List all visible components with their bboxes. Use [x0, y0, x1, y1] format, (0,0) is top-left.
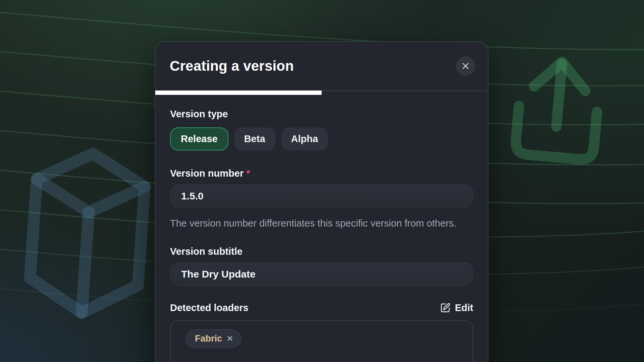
create-version-modal: Creating a version Version type Release …: [155, 41, 488, 362]
edit-label: Edit: [455, 302, 473, 313]
loader-chip-label: Fabric: [195, 334, 222, 344]
version-type-release-button[interactable]: Release: [170, 127, 228, 150]
version-type-options: Release Beta Alpha: [170, 127, 473, 150]
modal-body: Version type Release Beta Alpha Version …: [155, 95, 488, 362]
version-type-label: Version type: [170, 108, 473, 120]
upload-arrow-decoration: [490, 34, 626, 187]
version-subtitle-label: Version subtitle: [170, 246, 473, 257]
modal-header: Creating a version: [155, 42, 488, 90]
version-number-help: The version number differentiates this s…: [170, 216, 472, 231]
version-number-label-text: Version number: [170, 168, 244, 179]
version-number-input[interactable]: [170, 184, 473, 207]
version-type-beta-button[interactable]: Beta: [234, 127, 275, 150]
edit-pencil-square-icon: [440, 303, 450, 313]
edit-loaders-button[interactable]: Edit: [440, 302, 473, 313]
detected-loaders-label: Detected loaders: [170, 302, 249, 313]
version-subtitle-input[interactable]: [170, 262, 473, 286]
progress-fill: [155, 90, 322, 95]
required-asterisk: *: [246, 168, 250, 179]
detected-loaders-box: Fabric ✕: [170, 320, 473, 362]
progress-bar: [155, 90, 488, 95]
version-number-label: Version number*: [170, 168, 473, 179]
version-type-alpha-button[interactable]: Alpha: [281, 127, 328, 150]
loader-chip-fabric[interactable]: Fabric ✕: [186, 329, 241, 348]
close-button[interactable]: [456, 56, 475, 76]
modal-title: Creating a version: [170, 58, 456, 74]
close-icon: [461, 61, 471, 71]
x-remove-icon[interactable]: ✕: [226, 335, 233, 343]
detected-loaders-row: Detected loaders Edit: [170, 302, 473, 313]
cube-wireframe-decoration: [12, 138, 162, 330]
